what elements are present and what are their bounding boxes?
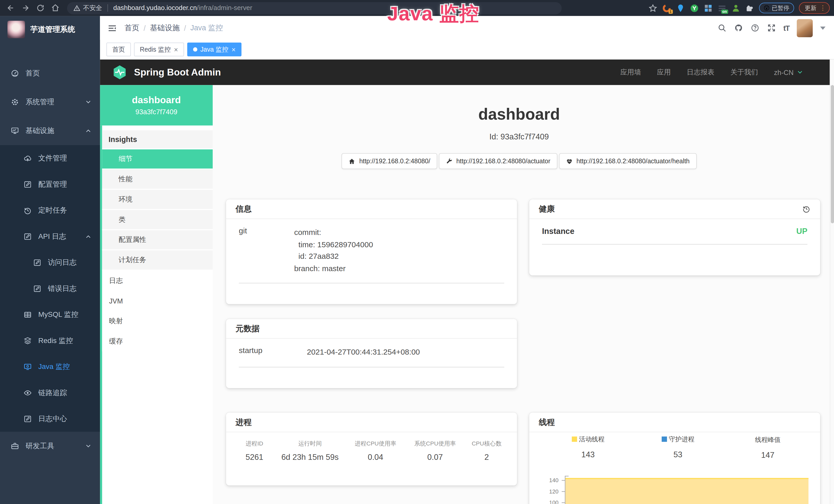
- sidebar-item-dev-tools[interactable]: 研发工具: [0, 432, 100, 460]
- scrollbar-thumb[interactable]: [831, 85, 834, 223]
- not-secure-label[interactable]: 不安全: [83, 3, 102, 12]
- metadata-panel-title: 元数据: [236, 323, 259, 334]
- sidebar-item-system[interactable]: 系统管理: [0, 88, 100, 117]
- browser-home-icon[interactable]: [51, 4, 60, 12]
- chart-axis: [565, 476, 568, 476]
- info-panel-title: 信息: [236, 204, 251, 214]
- sba-menu-item-classes[interactable]: 类: [102, 210, 213, 230]
- metadata-value: 2021-04-27T00:44:31.254+08:00: [307, 346, 420, 358]
- sba-instance-block[interactable]: dashboard 93a3fc7f7409: [100, 85, 213, 125]
- sba-brand[interactable]: Spring Boot Admin: [134, 67, 221, 78]
- sidebar-item-redis-monitor[interactable]: Redis 监控: [0, 328, 100, 353]
- avatar[interactable]: [797, 19, 813, 37]
- tab-home[interactable]: 首页: [106, 43, 131, 56]
- threads-panel: 线程 活动线程 143 守护进程 53: [529, 413, 820, 504]
- sba-menu-item-caches[interactable]: 缓存: [102, 331, 213, 351]
- legend-value-daemon: 53: [633, 450, 723, 459]
- sidebar-item-mysql-monitor[interactable]: MySQL 监控: [0, 301, 100, 327]
- sidebar-item-home[interactable]: 首页: [0, 59, 100, 88]
- github-icon[interactable]: [734, 23, 743, 32]
- app-logo-row[interactable]: 芋道管理系统: [0, 16, 100, 43]
- font-size-icon[interactable]: tT: [784, 24, 789, 32]
- health-panel-title: 健康: [539, 204, 555, 214]
- sba-menu-item-mappings[interactable]: 映射: [102, 311, 213, 331]
- extension-person-icon[interactable]: [731, 3, 740, 12]
- sba-logo-icon[interactable]: [112, 65, 128, 81]
- service-url-button[interactable]: http://192.168.0.2:48080/: [342, 153, 437, 169]
- chevron-down-icon: [85, 443, 91, 449]
- health-url-button[interactable]: http://192.168.0.2:48080/actuator/health: [559, 153, 697, 169]
- sidebar-item-label: API 日志: [38, 232, 66, 241]
- help-icon[interactable]: [750, 23, 759, 32]
- threads-chart: 140 120 100: [529, 473, 820, 504]
- sba-menu-item-environment[interactable]: 环境: [102, 190, 213, 210]
- breadcrumb-section[interactable]: 基础设施: [150, 23, 180, 32]
- sidebar-item-log-center[interactable]: 日志中心: [0, 406, 100, 432]
- chart-ytick: 120: [532, 488, 559, 495]
- sba-language-select[interactable]: zh-CN: [774, 68, 803, 76]
- extension-grid-icon[interactable]: [704, 3, 712, 12]
- chart-ytick: 140: [532, 477, 559, 483]
- page-scrollbar[interactable]: [830, 60, 834, 504]
- extension-y-icon[interactable]: [690, 3, 699, 12]
- sba-nav-about[interactable]: 关于我们: [730, 68, 758, 77]
- avatar-caret-icon[interactable]: [820, 26, 826, 29]
- extension-pin-icon[interactable]: [676, 3, 685, 12]
- sidebar-item-config-manage[interactable]: 配置管理: [0, 171, 100, 197]
- sidebar-item-trace[interactable]: 链路追踪: [0, 380, 100, 406]
- browser-forward-icon[interactable]: [21, 4, 30, 12]
- sba-nav-applications[interactable]: 应用: [657, 68, 671, 77]
- health-instance-row[interactable]: Instance UP: [542, 226, 807, 245]
- sba-menu-item-logs[interactable]: 日志: [102, 271, 213, 291]
- process-value-uptime: 6d 23h 15m 59s: [274, 452, 346, 461]
- dashboard-icon: [10, 69, 19, 77]
- sidebar-item-infra[interactable]: 基础设施: [0, 117, 100, 145]
- bookmark-star-icon[interactable]: [648, 3, 657, 12]
- search-icon[interactable]: [717, 23, 726, 32]
- sidebar-item-api-log[interactable]: API 日志: [0, 223, 100, 249]
- browser-back-icon[interactable]: [6, 4, 15, 12]
- heart-pulse-icon: [566, 158, 573, 165]
- browser-menu-icon[interactable]: ⋮: [820, 5, 826, 11]
- extensions-puzzle-icon[interactable]: [745, 3, 754, 12]
- address-bar[interactable]: 不安全 dashboard.yudao.iocoder.cn /infra/ad…: [67, 2, 562, 14]
- extension-list-icon[interactable]: on: [717, 3, 726, 12]
- breadcrumb-home[interactable]: 首页: [125, 23, 139, 32]
- sidebar-item-label: 定时任务: [38, 205, 67, 215]
- legend-swatch-live: [571, 436, 577, 442]
- sba-menu-item-metrics[interactable]: 性能: [102, 170, 213, 190]
- sba-nav-wallboard[interactable]: 应用墙: [620, 68, 641, 77]
- browser-update-button[interactable]: 更新 ⋮: [799, 2, 830, 14]
- history-icon[interactable]: [802, 205, 811, 213]
- sidebar-item-file-manage[interactable]: 文件管理: [0, 145, 100, 171]
- sba-menu-item-jvm[interactable]: JVM: [102, 291, 213, 311]
- url-host[interactable]: dashboard.yudao.iocoder.cn: [113, 4, 197, 12]
- tab-redis-monitor[interactable]: Redis 监控 ×: [134, 43, 184, 56]
- sidebar-item-java-monitor[interactable]: Java 监控: [0, 353, 100, 380]
- sidebar-item-label: 研发工具: [25, 441, 54, 451]
- chart-ytick-mark: [562, 491, 565, 492]
- close-icon[interactable]: ×: [232, 45, 236, 53]
- close-icon[interactable]: ×: [174, 45, 178, 53]
- extension-orange-icon[interactable]: 1: [662, 3, 671, 12]
- profile-paused-chip[interactable]: 😲 已暂停: [759, 3, 794, 13]
- sba-menu-item-scheduled-tasks[interactable]: 计划任务: [102, 250, 213, 271]
- hamburger-icon[interactable]: [107, 23, 117, 32]
- sidebar-item-access-log[interactable]: 访问日志: [0, 249, 100, 275]
- browser-reload-icon[interactable]: [36, 4, 45, 12]
- tab-java-monitor[interactable]: Java 监控 ×: [187, 43, 241, 56]
- metadata-key: startup: [239, 346, 307, 358]
- actuator-url-button[interactable]: http://192.168.0.2:48080/actuator: [439, 153, 557, 169]
- sba-nav-journal[interactable]: 日志报表: [687, 68, 715, 77]
- log-edit-icon: [33, 284, 41, 293]
- fullscreen-icon[interactable]: [767, 23, 776, 32]
- sba-instance-id: 93a3fc7f7409: [135, 108, 177, 116]
- url-path[interactable]: /infra/admin-server: [197, 4, 252, 12]
- sidebar-item-scheduled-jobs[interactable]: 定时任务: [0, 197, 100, 223]
- sidebar-item-label: 链路追踪: [38, 388, 67, 397]
- briefcase-icon: [10, 442, 19, 450]
- actuator-url: http://192.168.0.2:48080/actuator: [456, 157, 550, 165]
- sba-menu-item-config-props[interactable]: 配置属性: [102, 230, 213, 251]
- sidebar-item-error-log[interactable]: 错误日志: [0, 275, 100, 301]
- sba-menu-item-details[interactable]: 细节: [102, 150, 213, 170]
